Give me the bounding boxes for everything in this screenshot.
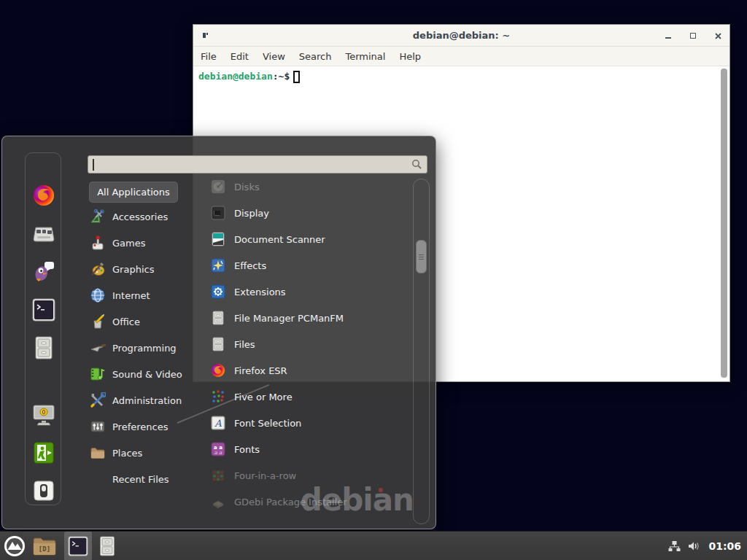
terminal-cursor — [293, 71, 300, 83]
filter-label: All Applications — [97, 187, 170, 198]
category-administration[interactable]: Administration — [90, 389, 201, 411]
menu-search[interactable]: Search — [299, 51, 332, 62]
graphics-icon — [90, 261, 106, 277]
menu-button[interactable] — [0, 532, 29, 560]
search-input[interactable] — [88, 155, 427, 174]
category-label: Internet — [112, 290, 150, 301]
gdebi-icon — [211, 494, 225, 509]
close-icon[interactable] — [712, 30, 724, 42]
file-cabinet-icon — [33, 336, 55, 359]
logout-icon — [33, 442, 55, 464]
favorite-pidgin[interactable] — [31, 260, 56, 284]
app-file-manager-pcmanfm[interactable]: File Manager PCManFM — [211, 307, 409, 329]
category-label: Programming — [112, 343, 177, 354]
app-gdebi-package-installer[interactable]: GDebi Package Installer — [211, 491, 409, 513]
app-label: Four-in-a-row — [234, 470, 296, 481]
logout-button[interactable] — [31, 440, 56, 465]
taskbar: [D] — [0, 531, 747, 560]
five-or-more-icon — [211, 389, 225, 404]
desktop-folder-icon: [D] — [32, 536, 57, 556]
menu-scrollbar-thumb[interactable] — [416, 240, 427, 273]
app-display[interactable]: Display — [211, 202, 409, 224]
category-label: Games — [112, 238, 145, 249]
category-sound-video[interactable]: Sound & Video — [90, 363, 201, 385]
favorite-terminal[interactable] — [31, 298, 56, 322]
internet-icon — [90, 287, 106, 303]
firefox-icon — [32, 184, 55, 207]
extensions-icon — [211, 284, 225, 299]
category-label: Recent Files — [112, 474, 169, 485]
font-selection-icon: A — [211, 416, 225, 430]
recent-files-spacer — [90, 471, 106, 487]
category-label: Preferences — [112, 421, 168, 432]
favorite-firefox[interactable] — [31, 183, 56, 208]
text-caret — [93, 159, 94, 171]
menu-help[interactable]: Help — [399, 51, 421, 62]
volume-icon[interactable] — [688, 540, 701, 552]
prompt-user-host: debian@debian — [198, 71, 273, 82]
application-menu: All Applications Accessories — [1, 136, 436, 529]
menu-view[interactable]: View — [263, 51, 285, 62]
app-label: Five or More — [234, 392, 293, 402]
category-programming[interactable]: Programming — [90, 337, 201, 359]
file-cabinet-icon — [211, 311, 225, 325]
menu-file[interactable]: File — [201, 51, 217, 62]
svg-text:[D]: [D] — [39, 545, 50, 553]
menu-scrollbar[interactable] — [413, 179, 430, 524]
fonts-icon: a a a a — [211, 442, 225, 456]
category-recent-files[interactable]: Recent Files — [90, 468, 201, 490]
terminal-app-icon — [203, 31, 208, 39]
administration-icon — [90, 392, 106, 408]
app-label: Font Selection — [234, 418, 301, 429]
shutdown-button[interactable] — [31, 478, 56, 503]
terminal-menubar: File Edit View Search Terminal Help — [193, 47, 729, 66]
category-label: Administration — [112, 395, 182, 406]
terminal-titlebar[interactable]: debian@debian: ~ — [193, 25, 729, 47]
app-disks[interactable]: Disks — [211, 176, 409, 198]
lock-screen-button[interactable] — [31, 402, 56, 427]
minimize-icon[interactable] — [662, 30, 674, 42]
svg-text:a a: a a — [214, 450, 222, 456]
category-games[interactable]: Games — [90, 232, 201, 254]
app-font-selection[interactable]: A Font Selection — [211, 412, 409, 434]
app-files[interactable]: Files — [211, 333, 409, 355]
category-graphics[interactable]: Graphics — [90, 258, 201, 280]
desktop-folder-launcher[interactable]: [D] — [29, 532, 60, 560]
app-firefox-esr[interactable]: Firefox ESR — [211, 359, 409, 381]
file-cabinet-icon — [211, 337, 225, 351]
terminal-scrollbar[interactable] — [721, 69, 727, 378]
filter-all-applications[interactable]: All Applications — [89, 182, 178, 203]
app-label: Fonts — [234, 444, 260, 455]
maximize-icon[interactable] — [687, 30, 699, 42]
favorites-sidebar — [25, 152, 61, 505]
app-document-scanner[interactable]: Document Scanner — [211, 228, 409, 250]
category-office[interactable]: Office — [90, 311, 201, 332]
category-label: Office — [112, 316, 140, 327]
lock-screen-icon — [31, 404, 56, 426]
places-icon — [90, 445, 106, 461]
app-label: File Manager PCManFM — [234, 313, 344, 324]
svg-text:A: A — [214, 418, 222, 429]
app-label: Display — [234, 208, 269, 219]
favorite-files[interactable] — [31, 335, 56, 360]
app-label: Extensions — [234, 287, 286, 298]
menu-edit[interactable]: Edit — [231, 51, 249, 62]
app-four-in-a-row[interactable]: Four-in-a-row — [211, 464, 409, 486]
four-in-a-row-icon — [211, 468, 225, 483]
app-fonts[interactable]: a a a a Fonts — [211, 438, 409, 460]
favorite-software-manager[interactable] — [31, 222, 56, 246]
file-manager-launcher[interactable] — [92, 532, 123, 560]
category-internet[interactable]: Internet — [90, 284, 201, 306]
pidgin-icon — [32, 260, 55, 284]
app-effects[interactable]: Effects — [211, 254, 409, 276]
desktop[interactable]: debian@debian: ~ File Edit View Search T… — [0, 0, 747, 560]
taskbar-terminal-window-button[interactable] — [64, 532, 92, 560]
app-extensions[interactable]: Extensions — [211, 281, 409, 303]
network-icon[interactable] — [668, 540, 681, 552]
app-label: Firefox ESR — [234, 365, 287, 376]
category-places[interactable]: Places — [90, 442, 201, 464]
category-accessories[interactable]: Accessories — [90, 206, 201, 228]
debian-watermark-dot — [379, 488, 383, 492]
menu-terminal[interactable]: Terminal — [345, 51, 385, 62]
clock[interactable]: 01:06 — [708, 540, 741, 552]
